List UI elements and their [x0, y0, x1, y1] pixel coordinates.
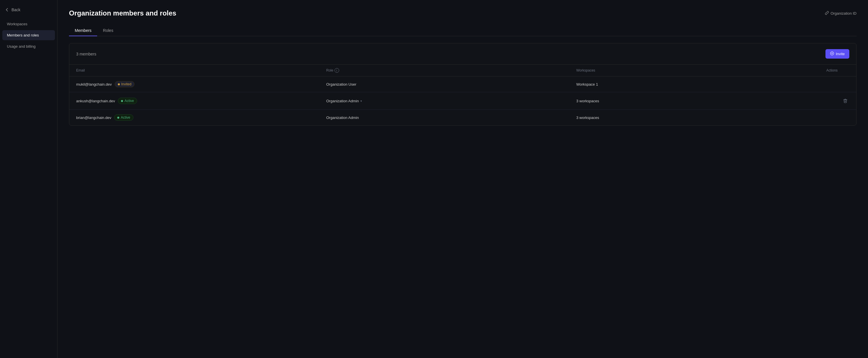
status-text-1: Active — [124, 99, 134, 103]
sidebar-item-billing-label: Usage and billing — [7, 44, 36, 48]
tabs: Members Roles — [69, 25, 857, 36]
invite-button-label: Invite — [836, 52, 845, 56]
col-header-role: Role i — [326, 68, 576, 73]
workspaces-cell-0: Workspace 1 — [576, 82, 826, 87]
page-header: Organization members and roles Organizat… — [69, 9, 857, 17]
role-cell-1[interactable]: Organization Admin ▾ — [326, 99, 576, 103]
sidebar-item-usage-and-billing[interactable]: Usage and billing — [2, 41, 55, 52]
col-header-email: Email — [76, 68, 326, 73]
role-cell-0: Organization User — [326, 82, 576, 87]
status-badge-0: Invited — [115, 81, 134, 87]
role-text-0: Organization User — [326, 82, 356, 87]
status-dot-1 — [121, 100, 123, 102]
members-count: 3 members — [76, 52, 96, 56]
col-workspaces-label: Workspaces — [576, 68, 595, 72]
workspaces-text-2: 3 workspaces — [576, 116, 599, 120]
back-icon — [5, 7, 9, 12]
email-text-2: brian@langchain.dev — [76, 116, 111, 120]
invite-icon — [830, 52, 834, 56]
tab-members-label: Members — [75, 28, 91, 33]
link-icon — [825, 11, 829, 16]
role-text-2: Organization Admin — [326, 116, 359, 120]
role-cell-2: Organization Admin — [326, 116, 576, 120]
status-badge-2: Active — [114, 115, 133, 121]
email-cell-2: brian@langchain.dev Active — [76, 115, 326, 121]
workspaces-text-1: 3 workspaces — [576, 99, 599, 103]
sidebar-item-workspaces-label: Workspaces — [7, 22, 27, 26]
status-badge-1: Active — [118, 98, 137, 104]
org-id-label: Organization ID — [831, 11, 857, 15]
chevron-down-icon: ▾ — [361, 99, 362, 103]
table-row: ankush@langchain.dev Active Organization… — [69, 92, 856, 110]
trash-icon — [843, 99, 847, 103]
workspaces-cell-2: 3 workspaces — [576, 116, 826, 120]
col-email-label: Email — [76, 68, 85, 72]
email-text-1: ankush@langchain.dev — [76, 99, 115, 103]
main-content: Organization members and roles Organizat… — [58, 0, 868, 358]
col-role-label: Role — [326, 68, 333, 72]
role-text-1: Organization Admin — [326, 99, 359, 103]
col-actions-label: Actions — [826, 68, 838, 72]
tab-roles-label: Roles — [103, 28, 113, 33]
col-header-actions: Actions — [826, 68, 849, 73]
col-header-workspaces: Workspaces — [576, 68, 826, 73]
status-dot-0 — [118, 83, 120, 85]
workspaces-text-0: Workspace 1 — [576, 82, 598, 87]
email-cell-0: mukil@langchain.dev Invited — [76, 81, 326, 87]
delete-button-1[interactable] — [841, 97, 849, 105]
back-button[interactable]: Back — [0, 5, 57, 15]
card-header: 3 members Invite — [69, 43, 856, 65]
invite-button[interactable]: Invite — [826, 49, 849, 59]
status-text-2: Active — [121, 116, 130, 120]
page-title: Organization members and roles — [69, 9, 176, 17]
org-id-link[interactable]: Organization ID — [825, 11, 857, 16]
tab-roles[interactable]: Roles — [97, 25, 119, 36]
sidebar-item-members-label: Members and roles — [7, 33, 39, 37]
sidebar: Back Workspaces Members and roles Usage … — [0, 0, 58, 358]
status-text-0: Invited — [121, 82, 131, 86]
workspaces-cell-1: 3 workspaces — [576, 99, 826, 103]
email-cell-1: ankush@langchain.dev Active — [76, 98, 326, 104]
actions-cell-1 — [826, 97, 849, 105]
back-label: Back — [11, 7, 21, 12]
role-info-icon[interactable]: i — [335, 68, 339, 73]
table-row: brian@langchain.dev Active Organization … — [69, 110, 856, 125]
table-row: mukil@langchain.dev Invited Organization… — [69, 76, 856, 92]
table-header: Email Role i Workspaces Actions — [69, 65, 856, 76]
tab-members[interactable]: Members — [69, 25, 97, 36]
status-dot-2 — [117, 117, 119, 119]
members-card: 3 members Invite Email Role i — [69, 43, 857, 126]
email-text-0: mukil@langchain.dev — [76, 82, 112, 87]
sidebar-item-workspaces[interactable]: Workspaces — [2, 19, 55, 29]
sidebar-item-members-and-roles[interactable]: Members and roles — [2, 30, 55, 40]
